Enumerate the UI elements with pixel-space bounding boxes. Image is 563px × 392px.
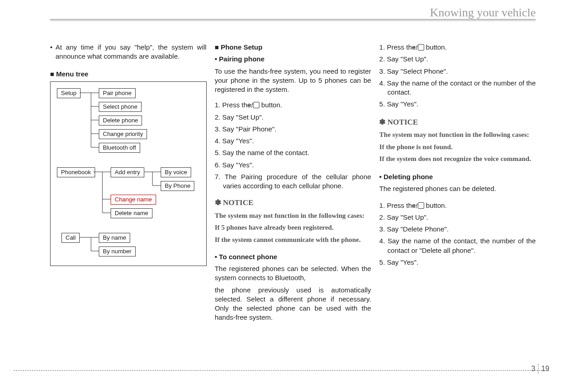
select-step-1a: 1. Press the [379,43,417,51]
select-step-3: 3. Say "Select Phone". [379,67,536,76]
select-step-4: 4. Say the name of the contact or the nu… [379,79,536,97]
talk-button-icon: «ƒ [418,44,424,50]
page: Knowing your vehicle • At any time if yo… [0,0,563,392]
notice-label: NOTICE [223,198,254,207]
delete-step-4: 4. Say the name of the contact, the numb… [379,236,536,255]
notice-1: ✽NOTICE [215,198,371,208]
tree-node-delete-phone: Delete phone [99,116,142,126]
talk-button-icon: «ƒ [253,102,259,108]
tree-node-by-number: By number [99,246,136,256]
notice-2: ✽NOTICE [379,117,536,128]
pair-step-2: 2. Say "Set Up". [215,113,371,122]
tree-group-setup: Setup Pair phone Select phone [57,88,200,156]
notice-1-line2: If 5 phones have already been registered… [215,223,371,232]
tree-node-select-phone: Select phone [99,102,142,112]
notice-2-line3: If the system does not recognize the voi… [379,154,536,163]
select-step-1: 1. Press the «ƒ button. [379,43,536,52]
talk-button-icon: «ƒ [418,202,424,209]
page-number: 3 19 [531,364,549,374]
notice-1-line1: The system may not function in the follo… [215,211,371,220]
column-1: • At any time if you say "help", the sys… [50,43,207,325]
tree-group-phonebook: Phonebook Add entry [57,167,200,222]
delete-step-1a: 1. Press the [379,201,417,209]
section-number: 3 [531,364,538,374]
select-step-5: 5. Say "Yes". [379,100,536,109]
pair-step-1a: 1. Press the [215,101,253,109]
pair-step-1: 1. Press the «ƒ button. [215,101,371,110]
delete-step-1: 1. Press the «ƒ button. [379,201,536,210]
to-connect-p1: The registered phones can be selected. W… [215,264,371,283]
to-connect-heading: • To connect phone [215,252,371,261]
tree-node-change-priority: Change priority [99,129,147,139]
delete-step-5: 5. Say "Yes". [379,258,536,267]
select-step-2: 2. Say "Set Up". [379,55,536,64]
tree-node-add-entry: Add entry [111,167,144,177]
delete-step-1b: button. [424,201,447,209]
notice-2-line1: The system may not function in the follo… [379,130,536,139]
column-3: 1. Press the «ƒ button. 2. Say "Set Up".… [379,43,536,325]
tree-node-setup: Setup [57,88,81,98]
notice-2-line2: If the phone is not found. [379,142,536,151]
pairing-phone-heading: • Pairing phone [215,55,371,64]
header-rule-inner [50,20,536,21]
notice-star-icon: ✽ [379,118,385,126]
notice-star-icon: ✽ [215,198,221,207]
menu-tree-heading: ■ Menu tree [50,70,207,79]
tree-node-pair-phone: Pair phone [99,88,136,98]
tree-node-by-phone: By Phone [161,181,194,191]
pairing-intro: To use the hands-free system, you need t… [215,67,371,95]
column-2: ■ Phone Setup • Pairing phone To use the… [215,43,371,325]
help-bullet: • At any time if you say "help", the sys… [50,43,207,61]
tree-node-bluetooth-off: Bluetooth off [99,143,140,153]
tree-node-delete-name: Delete name [111,208,152,218]
deleting-intro: The registered phones can be deleted. [379,184,536,193]
tree-node-by-voice: By voice [161,167,191,177]
notice-label: NOTICE [387,118,418,126]
select-step-1b: button. [424,43,447,51]
columns: • At any time if you say "help", the sys… [14,43,549,325]
delete-step-2: 2. Say "Set Up". [379,213,536,222]
tree-node-change-name: Change name [111,195,156,205]
bullet-dot: • [50,43,56,61]
deleting-phone-heading: • Deleting phone [379,172,536,181]
pair-step-4: 4. Say "Yes". [215,136,371,146]
page-number-value: 19 [541,364,549,374]
section-title: Knowing your vehicle [430,5,536,20]
pair-step-6: 6. Say "Yes". [215,161,371,170]
menu-tree-box: Setup Pair phone Select phone [50,81,207,266]
pair-step-7: 7. The Pairing procedure of the cellular… [215,172,371,191]
notice-1-line3: If the system cannot communicate with th… [215,235,371,244]
tree-group-call: Call By name By number [57,233,200,257]
page-header: Knowing your vehicle [14,5,549,22]
page-footer: 3 19 [14,370,549,384]
pair-step-3: 3. Say "Pair Phone". [215,125,371,134]
header-rule-outer [50,19,536,20]
pair-step-1b: button. [259,101,282,109]
tree-node-by-name: By name [99,233,130,243]
tree-node-call: Call [61,233,80,243]
footer-rule [14,370,549,371]
help-text: At any time if you say "help", the syste… [56,43,207,61]
to-connect-p2: the phone previously used is automatical… [215,286,371,322]
pair-step-5: 5. Say the name of the contact. [215,148,371,157]
phone-setup-heading: ■ Phone Setup [215,43,371,52]
delete-step-3: 3. Say "Delete Phone". [379,225,536,234]
